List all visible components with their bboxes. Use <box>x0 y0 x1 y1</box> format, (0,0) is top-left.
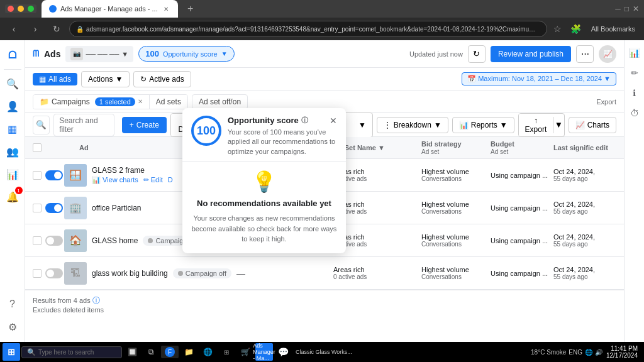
analytics-chart-icon[interactable]: 📈 <box>599 45 616 63</box>
select-all-checkbox[interactable] <box>33 143 42 152</box>
toggle-2[interactable] <box>45 203 63 213</box>
bookmark-button[interactable]: ☆ <box>551 24 564 34</box>
results-footer: Results from 4 ads ⓘ Excludes deleted it… <box>25 290 624 319</box>
popup-score-number: 100 <box>191 116 221 146</box>
tab-close-button[interactable]: ✕ <box>162 4 170 13</box>
taskbar-icon-ads-manager-running[interactable]: Ads Manager - Ma... <box>255 343 273 361</box>
sidebar-icon-help[interactable]: ? <box>3 294 23 314</box>
export-label: Export <box>596 98 616 106</box>
sidebar-icon-account[interactable]: 👤 <box>3 96 23 116</box>
taskbar-icon-apps[interactable]: ⊞ <box>218 343 235 361</box>
ad-thumbnail-2: 🏢 <box>64 197 87 219</box>
toggle-3[interactable] <box>45 236 63 246</box>
charts-button[interactable]: 📈 Charts <box>569 117 616 133</box>
popup-close-button[interactable]: ✕ <box>326 113 341 128</box>
review-publish-button[interactable]: Review and publish <box>491 46 571 62</box>
date-range-selector[interactable]: 📅 Maximum: Nov 18, 2021 – Dec 18, 2024 ▼ <box>462 72 616 85</box>
row-checkbox-3[interactable] <box>33 236 42 245</box>
clear-selection-button[interactable]: ✕ <box>138 98 143 105</box>
new-tab-button[interactable]: + <box>183 1 198 16</box>
opp-chevron-icon: ▼ <box>221 50 228 57</box>
all-bookmarks-label[interactable]: All Bookmarks <box>587 25 639 33</box>
reports-button[interactable]: 📊 Reports ▼ <box>452 117 514 133</box>
opp-score-number: 100 <box>145 49 159 58</box>
date-1: Oct 24, 2024, <box>553 168 616 175</box>
taskbar-search[interactable]: 🔍 <box>21 346 122 358</box>
refresh-button[interactable]: ↻ <box>468 45 486 63</box>
sidebar-icon-campaigns[interactable]: ▦ <box>3 119 23 139</box>
clock: 11:41 PM 12/17/2024 <box>606 345 638 359</box>
create-button[interactable]: + Create <box>122 117 167 133</box>
reload-button[interactable]: ↻ <box>48 20 65 38</box>
network-icon: 🌐 <box>585 349 592 356</box>
row-checkbox-1[interactable] <box>33 171 42 180</box>
export-dropdown[interactable]: ▼ <box>553 117 564 133</box>
taskbar-icon-file-explorer[interactable]: 📁 <box>180 343 197 361</box>
sidebar-icon-notifications[interactable]: 🔔 1 <box>3 187 23 207</box>
view-charts-link-1[interactable]: 📊 View charts <box>92 176 138 184</box>
opportunity-score-pill[interactable]: 100 Opportunity score ▼ <box>138 46 234 62</box>
toggle-4[interactable] <box>45 268 63 278</box>
address-bar[interactable]: 🔒 adsmanager.facebook.com/adsmanager/man… <box>69 21 547 37</box>
results-info-icon[interactable]: ⓘ <box>92 296 100 305</box>
ad-thumbnail-1: 🪟 <box>64 164 87 187</box>
bid-4: Highest volume <box>421 266 491 273</box>
ad-name-4: glass work big building <box>92 269 168 278</box>
active-tab[interactable]: Ads Manager - Manage ads - ... ✕ <box>42 0 178 18</box>
right-panel-icon-4[interactable]: ⏱ <box>627 106 642 121</box>
toggle-1[interactable] <box>45 170 63 180</box>
row-checkbox-2[interactable] <box>33 204 42 212</box>
breakdown-button[interactable]: ⋮ Breakdown ▼ <box>377 117 448 133</box>
adset-sub-1: 0 active ads <box>333 175 421 182</box>
more-options-button[interactable]: ⋯ <box>576 45 594 63</box>
taskbar-icon-edge[interactable]: 🌐 <box>199 343 216 361</box>
right-panel-icon-2[interactable]: ✏ <box>627 65 642 80</box>
account-selector[interactable]: 📷 ── ── ── ▼ <box>65 46 133 62</box>
date-sub-1: 55 days ago <box>553 175 616 182</box>
windows-start-button[interactable]: ⊞ <box>3 343 20 361</box>
search-button[interactable]: 🔍 <box>33 116 49 134</box>
sidebar-icon-settings[interactable]: ⚙ <box>3 317 23 337</box>
active-ads-button[interactable]: ↻Active ads <box>133 71 191 87</box>
sidebar-icon-analytics[interactable]: 📊 <box>3 164 23 184</box>
taskbar-icon-glass-works[interactable]: Classic Glass Works... <box>293 343 355 361</box>
taskbar-icon-taskview[interactable]: ⧉ <box>142 343 160 361</box>
minimize-button[interactable]: ─ <box>615 4 621 13</box>
taskbar-app-chrome[interactable]: F <box>161 346 179 358</box>
date-2: Oct 24, 2024, <box>553 200 616 208</box>
actions-button[interactable]: Actions▼ <box>81 71 130 87</box>
taskbar-icon-whatsapp[interactable]: 💬 <box>274 343 292 361</box>
ad-sets-tab[interactable]: Ad sets <box>150 95 187 109</box>
forward-button[interactable]: › <box>26 20 44 38</box>
col-header-adset: Ad Set Name ▼ <box>333 144 421 151</box>
taskbar-icon-store[interactable]: 🛒 <box>236 343 254 361</box>
right-panel-icon-3[interactable]: ℹ <box>627 85 642 101</box>
extensions-button[interactable]: 🧩 <box>568 24 584 34</box>
maximize-button[interactable]: □ <box>625 4 629 13</box>
bid-2: Highest volume <box>421 200 491 208</box>
taskbar-icon-cortana[interactable]: 🔲 <box>123 343 141 361</box>
campaigns-tab[interactable]: 📁 Campaigns 1 selected ✕ <box>33 95 150 109</box>
budget-4: Using campaign ... <box>491 270 553 277</box>
close-button[interactable]: ✕ <box>633 4 639 13</box>
bid-3: Highest volume <box>421 233 491 241</box>
budget-2: Using campaign ... <box>491 204 553 212</box>
popup-info-icon[interactable]: ⓘ <box>301 116 308 125</box>
date-sub-2: 55 days ago <box>553 208 616 215</box>
right-panel-icon-1[interactable]: 📊 <box>627 45 642 60</box>
row-checkbox-4[interactable] <box>33 269 42 278</box>
all-ads-tab[interactable]: ▦All ads <box>33 73 77 85</box>
search-filter-input[interactable]: Search and filter <box>53 114 114 136</box>
taskbar-search-input[interactable] <box>38 349 116 356</box>
sidebar-icon-search[interactable]: 🔍 <box>3 74 23 94</box>
edit-link-1[interactable]: ✏ Edit <box>143 176 163 184</box>
sidebar-meta-logo[interactable]: ᗝ <box>3 45 23 65</box>
back-button[interactable]: ‹ <box>5 20 23 38</box>
sidebar-icon-audience[interactable]: 👥 <box>3 141 23 162</box>
ad-set-off-on[interactable]: Ad set off/on <box>192 94 248 109</box>
export-button[interactable]: ↑ Export <box>519 114 553 136</box>
updated-text: Updated just now <box>409 50 463 58</box>
adset-name-2: Areas rich <box>333 200 421 208</box>
more-link-1[interactable]: D <box>168 176 173 184</box>
bid-sub-2: Conversations <box>421 208 491 215</box>
